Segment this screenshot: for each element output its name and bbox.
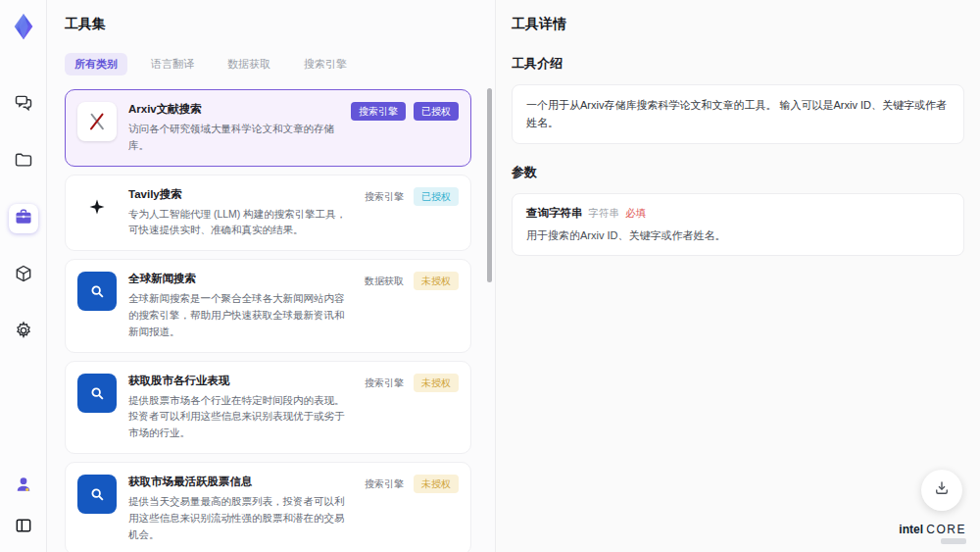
tool-name: Tavily搜索 (128, 187, 351, 202)
sidebar-item-models[interactable] (9, 261, 38, 290)
tool-description: 提供当天交易量最高的股票列表，投资者可以利用这些信息来识别流动性强的股票和潜在的… (128, 493, 351, 542)
cube-icon (14, 264, 33, 287)
page-title: 工具集 (65, 16, 471, 33)
sidebar-item-files[interactable] (9, 147, 38, 176)
tab-all-categories[interactable]: 所有类别 (65, 53, 127, 75)
sidebar-item-collapse[interactable] (9, 513, 38, 542)
intro-box: 一个用于从Arxiv存储库搜索科学论文和文章的工具。 输入可以是Arxiv ID… (512, 84, 964, 144)
search-icon (77, 272, 117, 311)
param-box: 查询字符串 字符串 必填 用于搜索的Arxiv ID、关键字或作者姓名。 (512, 193, 964, 256)
folder-icon (14, 150, 33, 174)
tool-card-tavily[interactable]: Tavily搜索 专为人工智能代理 (LLM) 构建的搜索引擎工具，可快速提供实… (65, 175, 471, 252)
tool-card-sector-performance[interactable]: 获取股市各行业表现 提供股票市场各个行业在特定时间段内的表现。投资者可以利用这些… (65, 361, 471, 454)
tool-description: 全球新闻搜索是一个聚合全球各大新闻网站内容的搜索引擎，帮助用户快速获取全球最新资… (128, 290, 351, 339)
auth-status-badge: 未授权 (414, 374, 459, 392)
category-badge: 搜索引擎 (363, 374, 406, 392)
tab-data-fetch[interactable]: 数据获取 (218, 53, 280, 75)
download-icon (933, 479, 951, 501)
tool-detail-panel: 工具详情 工具介绍 一个用于从Arxiv存储库搜索科学论文和文章的工具。 输入可… (496, 0, 980, 552)
auth-status-badge: 未授权 (414, 475, 459, 493)
tool-description: 提供股票市场各个行业在特定时间段内的表现。投资者可以利用这些信息来识别表现优于或… (128, 392, 351, 441)
auth-status-badge: 已授权 (414, 102, 459, 121)
params-heading: 参数 (512, 164, 964, 181)
tool-name: 全球新闻搜索 (128, 272, 351, 286)
tool-name: 获取市场最活跃股票信息 (128, 475, 351, 489)
sidebar-item-account[interactable] (9, 472, 38, 501)
search-icon (77, 475, 117, 514)
category-badge: 搜索引擎 (363, 475, 406, 493)
tool-description: 访问各个研究领域大量科学论文和文章的存储库。 (128, 121, 339, 154)
star-icon (77, 187, 117, 226)
param-required-flag: 必填 (625, 207, 646, 221)
briefcase-icon (14, 207, 33, 230)
app-logo-icon[interactable] (7, 10, 40, 43)
sidebar-item-settings[interactable] (9, 318, 38, 347)
param-description: 用于搜索的Arxiv ID、关键字或作者姓名。 (526, 228, 950, 243)
intro-heading: 工具介绍 (512, 55, 964, 73)
intel-core-word: CORE (926, 523, 966, 536)
tab-search-engine[interactable]: 搜索引擎 (294, 53, 357, 75)
tool-card-active-stocks[interactable]: 获取市场最活跃股票信息 提供当天交易量最高的股票列表，投资者可以利用这些信息来识… (65, 462, 471, 552)
tool-name: 获取股市各行业表现 (128, 374, 351, 388)
category-badge: 搜索引擎 (351, 102, 406, 121)
category-tabs: 所有类别 语言翻译 数据获取 搜索引擎 (65, 53, 471, 75)
tool-card-list: Arxiv文献搜索 访问各个研究领域大量科学论文和文章的存储库。 搜索引擎 已授… (65, 89, 471, 552)
gear-icon (14, 321, 33, 344)
search-icon (77, 374, 117, 413)
tab-translation[interactable]: 语言翻译 (141, 53, 204, 75)
tool-list-scrollbar[interactable] (487, 88, 492, 282)
panel-icon (14, 516, 33, 539)
intro-text: 一个用于从Arxiv存储库搜索科学论文和文章的工具。 输入可以是Arxiv ID… (526, 97, 950, 131)
sidebar (0, 0, 47, 552)
sidebar-item-chat[interactable] (9, 90, 38, 120)
intel-core-logo: intel CORE (899, 523, 966, 544)
category-badge: 搜索引擎 (363, 187, 406, 206)
tool-description: 专为人工智能代理 (LLM) 构建的搜索引擎工具，可快速提供实时、准确和真实的结… (128, 206, 351, 239)
tool-list-panel: 工具集 所有类别 语言翻译 数据获取 搜索引擎 Arxiv文献搜索 访问各个研究… (47, 0, 496, 552)
category-badge: 数据获取 (363, 272, 406, 290)
tool-name: Arxiv文献搜索 (128, 102, 339, 117)
user-icon (14, 475, 33, 498)
intel-brand-word: intel (899, 523, 923, 536)
sidebar-item-tools[interactable] (9, 204, 38, 233)
tool-card-global-news[interactable]: 全球新闻搜索 全球新闻搜索是一个聚合全球各大新闻网站内容的搜索引擎，帮助用户快速… (65, 259, 471, 352)
param-name: 查询字符串 (526, 206, 583, 221)
detail-title: 工具详情 (512, 16, 964, 33)
auth-status-badge: 未授权 (414, 272, 459, 290)
param-type: 字符串 (589, 207, 620, 221)
arxiv-icon (77, 102, 117, 141)
tool-card-arxiv[interactable]: Arxiv文献搜索 访问各个研究领域大量科学论文和文章的存储库。 搜索引擎 已授… (65, 89, 471, 167)
auth-status-badge: 已授权 (414, 187, 459, 206)
download-button[interactable] (921, 470, 962, 511)
intel-sub-mark (941, 538, 966, 544)
chat-icon (14, 93, 33, 117)
